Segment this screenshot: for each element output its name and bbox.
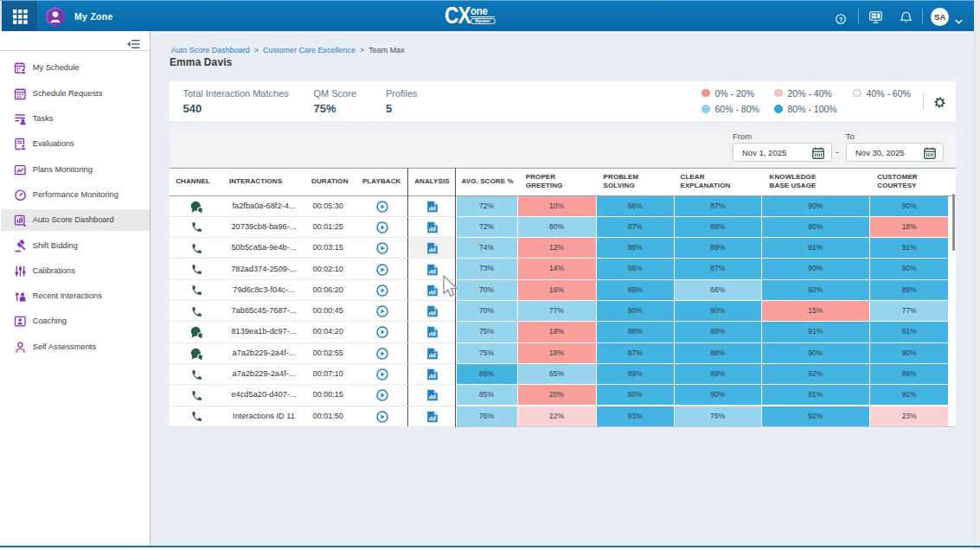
svg-text:?: ?: [839, 15, 843, 22]
